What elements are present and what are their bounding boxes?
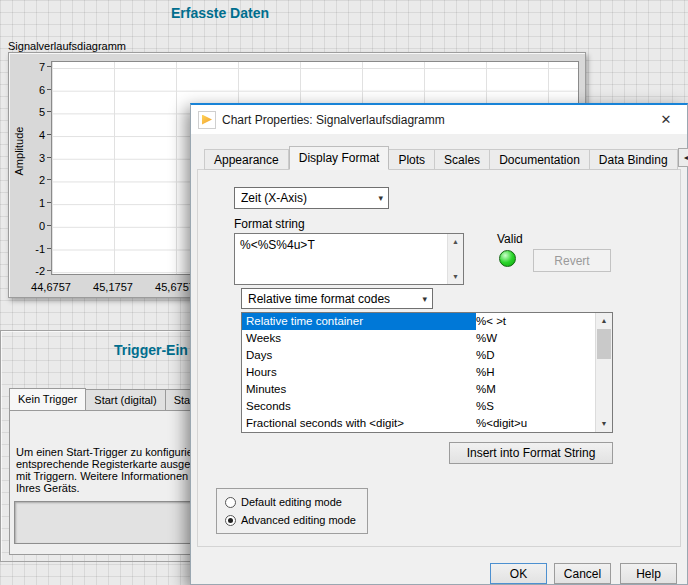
tab-appearance[interactable]: Appearance [204, 149, 289, 170]
y-tick: 0 [15, 220, 45, 232]
x-tick: 45,1757 [88, 281, 138, 293]
trigger-tab-page: Um einen Start-Trigger zu konfiguriere e… [9, 410, 201, 555]
close-button[interactable]: ✕ [645, 105, 687, 134]
dialog-tabs: Appearance Display Format Plots Scales D… [204, 146, 681, 170]
code-label: Seconds [242, 398, 476, 415]
list-item[interactable]: Seconds %S [242, 398, 612, 415]
list-scrollbar[interactable]: ▲ ▼ [595, 313, 612, 432]
code-value: %S [476, 398, 494, 415]
close-icon: ✕ [661, 112, 672, 127]
scroll-up-icon[interactable]: ▲ [448, 234, 463, 249]
code-value: %D [476, 347, 495, 364]
code-value: %M [476, 381, 496, 398]
tab-scroll-control: ◄ ► [678, 148, 688, 167]
chevron-down-icon: ▾ [422, 294, 427, 304]
scroll-down-icon[interactable]: ▼ [448, 269, 463, 284]
code-label: Relative time container [242, 313, 476, 330]
code-label: Minutes [242, 381, 476, 398]
trigger-help-line: entsprechende Registerkarte ausgewä [16, 458, 201, 470]
axis-select[interactable]: Zeit (X-Axis) ▾ [234, 187, 389, 209]
y-tick: 1 [15, 197, 45, 209]
y-tick: 2 [15, 174, 45, 186]
valid-led-indicator [499, 250, 516, 267]
tab-kein-trigger[interactable]: Kein Trigger [9, 388, 86, 411]
code-value: %W [476, 330, 497, 347]
y-tick: 4 [15, 129, 45, 141]
list-item[interactable]: Fractional seconds with <digit> %<digit>… [242, 415, 612, 432]
y-tick: -1 [15, 243, 45, 255]
code-value: %H [476, 364, 495, 381]
labview-front-panel: Erfasste Daten Signalverlaufsdiagramm Am… [0, 0, 688, 585]
ok-button[interactable]: OK [490, 563, 547, 584]
trigger-help-line: Ihres Geräts. [16, 482, 201, 494]
default-editing-mode-radio[interactable]: Default editing mode [225, 495, 359, 509]
scroll-down-icon[interactable]: ▼ [596, 416, 612, 432]
format-codes-select-value: Relative time format codes [248, 292, 390, 306]
acquired-data-title: Erfasste Daten [150, 5, 290, 21]
insert-into-format-string-button[interactable]: Insert into Format String [449, 442, 613, 464]
code-label: Weeks [242, 330, 476, 347]
axis-select-value: Zeit (X-Axis) [241, 191, 307, 205]
y-tick: 6 [15, 84, 45, 96]
format-codes-list[interactable]: Relative time container %< >t Weeks %W D… [241, 312, 613, 433]
dialog-title: Chart Properties: Signalverlaufsdiagramm [222, 113, 645, 127]
y-tick: -2 [15, 265, 45, 277]
format-codes-select[interactable]: Relative time format codes ▾ [241, 288, 433, 309]
revert-button[interactable]: Revert [533, 249, 611, 272]
scrollbar-thumb[interactable] [597, 329, 611, 359]
labview-icon [198, 111, 216, 129]
trigger-help-text: Um einen Start-Trigger zu konfiguriere e… [16, 446, 201, 494]
list-item[interactable]: Relative time container %< >t [242, 313, 612, 330]
trigger-settings-panel: Trigger-Ein Kein Trigger Start (digital)… [0, 330, 200, 562]
dialog-titlebar[interactable]: Chart Properties: Signalverlaufsdiagramm… [191, 105, 687, 134]
trigger-help-line: Um einen Start-Trigger zu konfiguriere [16, 446, 201, 458]
tab-display-format[interactable]: Display Format [289, 146, 390, 170]
format-string-scrollbar[interactable]: ▲ ▼ [447, 234, 463, 284]
y-tick: 7 [15, 61, 45, 73]
y-tick: 5 [15, 106, 45, 118]
list-item[interactable]: Minutes %M [242, 381, 612, 398]
tab-scales[interactable]: Scales [435, 149, 490, 170]
code-label: Hours [242, 364, 476, 381]
editing-mode-group: Default editing mode Advanced editing mo… [216, 488, 368, 534]
chart-properties-dialog: Chart Properties: Signalverlaufsdiagramm… [190, 103, 688, 585]
format-string-value: %<%S%4u>T [240, 238, 315, 252]
tab-scroll-left-button[interactable]: ◄ [678, 148, 688, 167]
radio-label: Advanced editing mode [241, 514, 356, 526]
chevron-down-icon: ▾ [378, 193, 383, 203]
tab-start-digital[interactable]: Start (digital) [86, 389, 165, 411]
code-label: Fractional seconds with <digit> [242, 415, 476, 432]
trigger-title: Trigger-Ein [114, 342, 188, 358]
code-value: %<digit>u [476, 415, 527, 432]
trigger-help-line: mit Triggern. Weitere Informationen e [16, 470, 201, 482]
tab-documentation[interactable]: Documentation [490, 149, 590, 170]
list-item[interactable]: Weeks %W [242, 330, 612, 347]
valid-label: Valid [497, 232, 523, 246]
radio-unchecked-icon [225, 497, 236, 508]
advanced-editing-mode-radio[interactable]: Advanced editing mode [225, 513, 359, 527]
radio-checked-icon [225, 515, 236, 526]
scroll-up-icon[interactable]: ▲ [596, 313, 612, 329]
radio-label: Default editing mode [241, 496, 342, 508]
cancel-button[interactable]: Cancel [554, 563, 611, 584]
list-item[interactable]: Days %D [242, 347, 612, 364]
help-button[interactable]: Help [620, 563, 677, 584]
format-string-input[interactable]: %<%S%4u>T ▲ ▼ [234, 233, 464, 285]
code-value: %< >t [476, 313, 506, 330]
tab-data-binding[interactable]: Data Binding [590, 149, 678, 170]
code-label: Days [242, 347, 476, 364]
trigger-info-box [14, 501, 196, 544]
format-string-label: Format string [234, 217, 305, 231]
trigger-tabs: Kein Trigger Start (digital) Start [9, 388, 206, 411]
list-item[interactable]: Hours %H [242, 364, 612, 381]
chart-name-label: Signalverlaufsdiagramm [8, 40, 126, 52]
tab-plots[interactable]: Plots [389, 149, 435, 170]
x-tick: 44,6757 [26, 281, 76, 293]
y-tick: 3 [15, 152, 45, 164]
